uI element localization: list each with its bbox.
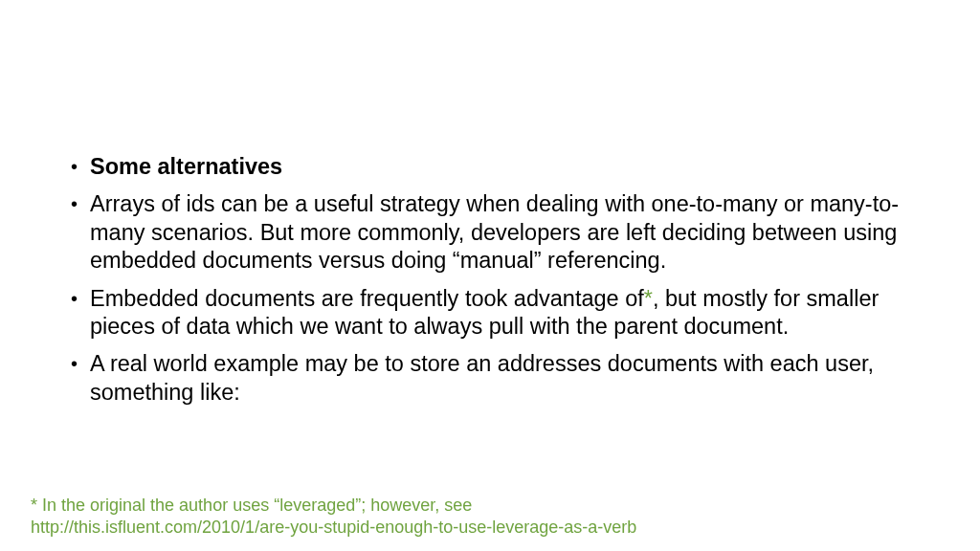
bullet-text: A real world example may be to store an … (90, 351, 874, 404)
bullet-heading: Some alternatives (67, 153, 913, 181)
bullet-item: Arrays of ids can be a useful strategy w… (67, 190, 913, 275)
footnote-link: http://this.isfluent.com/2010/1/are-you-… (31, 517, 942, 539)
asterisk-icon: * (644, 286, 653, 311)
bullet-text: Arrays of ids can be a useful strategy w… (90, 191, 899, 273)
footnote-line: * In the original the author uses “lever… (31, 495, 942, 517)
bullet-list: Some alternatives Arrays of ids can be a… (67, 153, 913, 407)
footnote: * In the original the author uses “lever… (31, 495, 942, 538)
bullet-item: Embedded documents are frequently took a… (67, 285, 913, 342)
bullet-heading-text: Some alternatives (90, 154, 282, 179)
bullet-text-pre: Embedded documents are frequently took a… (90, 286, 644, 311)
bullet-item: A real world example may be to store an … (67, 350, 913, 407)
slide: Some alternatives Arrays of ids can be a… (0, 0, 980, 551)
